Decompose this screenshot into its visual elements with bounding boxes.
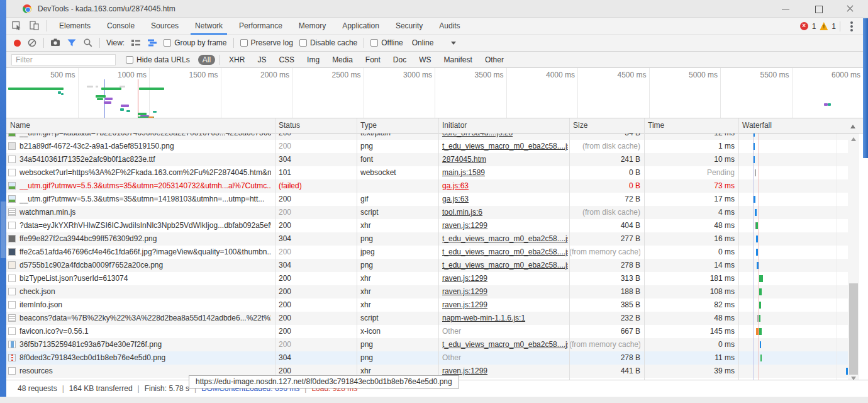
request-row[interactable]: ?data=eyJkYXRhVHlwZSI6ICJwdiIsInNlc3Npb2… bbox=[0, 219, 848, 232]
initiator-cell[interactable]: t_edu_views_macro_m0_eba2c58....js:... bbox=[442, 140, 568, 153]
request-row[interactable]: itemInfo.json200xhrraven.js:1299385 B82 … bbox=[0, 298, 848, 312]
close-button[interactable] bbox=[839, 0, 860, 18]
status-cell: 304 bbox=[279, 232, 349, 246]
request-row[interactable]: b21a89df-4672-43c2-a9a1-da5ef8519150.png… bbox=[0, 140, 848, 153]
filter-type-xhr[interactable]: XHR bbox=[225, 55, 249, 65]
request-row[interactable]: __utm.gif?p=kada&dt=7b22616374696f6e223a… bbox=[0, 133, 848, 140]
throttling-dropdown-icon[interactable] bbox=[451, 42, 456, 45]
column-header-initiator[interactable]: Initiator bbox=[442, 121, 467, 130]
request-row[interactable]: d5755b1c902a4fdcba0009f7652a20ce.png304p… bbox=[0, 259, 848, 272]
clear-icon[interactable] bbox=[27, 38, 37, 48]
vertical-scrollbar[interactable] bbox=[848, 133, 859, 383]
request-row[interactable]: ffe2ca51afda467696cf4e46c1fda66f.jpg?ima… bbox=[0, 246, 848, 259]
tab-security[interactable]: Security bbox=[387, 18, 431, 35]
tab-audits[interactable]: Audits bbox=[431, 18, 468, 35]
show-overview-icon[interactable] bbox=[147, 38, 157, 48]
initiator-cell[interactable]: t_edu_views_macro_m0_eba2c58....js:... bbox=[442, 246, 568, 259]
filter-type-doc[interactable]: Doc bbox=[389, 55, 411, 65]
initiator-cell[interactable]: tool.min.js:6 bbox=[442, 206, 568, 219]
overview-bar bbox=[61, 93, 64, 95]
scrollbar-thumb[interactable] bbox=[849, 283, 858, 375]
inspect-element-icon[interactable] bbox=[12, 20, 23, 31]
minimize-button[interactable] bbox=[775, 0, 796, 18]
filter-funnel-icon[interactable] bbox=[67, 38, 77, 48]
overview-tick-label: 2000 ms bbox=[220, 71, 289, 79]
screenshot-camera-icon[interactable] bbox=[50, 38, 60, 48]
column-header-time[interactable]: Time bbox=[648, 121, 664, 130]
initiator-cell[interactable]: raven.js:1299 bbox=[442, 285, 568, 298]
device-toolbar-icon[interactable] bbox=[29, 20, 40, 31]
waterfall-bar bbox=[760, 341, 761, 348]
record-button[interactable] bbox=[14, 40, 21, 47]
sort-indicator-icon[interactable] bbox=[850, 125, 855, 128]
scroll-up-icon[interactable] bbox=[851, 137, 856, 141]
column-header-type[interactable]: Type bbox=[360, 121, 377, 130]
request-row[interactable]: 34a5410361f71352e2afc9b0f1ac823e.ttf304f… bbox=[0, 153, 848, 166]
initiator-cell[interactable]: raven.js:1299 bbox=[442, 272, 568, 285]
tab-network[interactable]: Network bbox=[187, 18, 231, 35]
tab-console[interactable]: Console bbox=[99, 18, 143, 35]
type-cell: xhr bbox=[360, 219, 435, 232]
initiator-cell[interactable]: core_8f73a4d....js:28 bbox=[442, 133, 568, 140]
filter-type-img[interactable]: Img bbox=[303, 55, 324, 65]
request-row[interactable]: check.json200xhrraven.js:1299188 B108 ms bbox=[0, 285, 848, 298]
request-row[interactable]: __utm.gif?utmwv=5.5.3&utms=35&utmn=14198… bbox=[0, 193, 848, 206]
filter-type-all[interactable]: All bbox=[198, 55, 215, 65]
request-row[interactable]: ffe99e827f2ca3944bc99ff576309d92.png304p… bbox=[0, 232, 848, 246]
initiator-cell[interactable]: napm-web-min-1.1.6.js:1 bbox=[442, 312, 568, 325]
divider bbox=[47, 20, 47, 31]
initiator-cell[interactable]: ga.js:63 bbox=[442, 179, 568, 193]
filter-type-ws[interactable]: WS bbox=[415, 55, 435, 65]
column-header-name[interactable]: Name bbox=[10, 121, 30, 130]
initiator-cell[interactable]: main.js:1589 bbox=[442, 166, 568, 179]
warning-icon[interactable] bbox=[820, 22, 828, 30]
filter-type-js[interactable]: JS bbox=[253, 55, 270, 65]
initiator-cell[interactable]: t_edu_views_macro_m0_eba2c58....js:... bbox=[442, 338, 568, 351]
group-by-frame-checkbox[interactable] bbox=[164, 39, 171, 47]
column-header-status[interactable]: Status bbox=[279, 121, 300, 130]
initiator-cell[interactable]: raven.js:1299 bbox=[442, 219, 568, 232]
filter-type-manifest[interactable]: Manifest bbox=[440, 55, 477, 65]
column-header-waterfall[interactable]: Waterfall bbox=[742, 121, 772, 130]
initiator-cell[interactable]: 2874045.htm bbox=[442, 153, 568, 166]
document-icon bbox=[8, 169, 16, 176]
request-row[interactable]: 8f0ded3c791843ecb0d1b8eb76e4e5d0.png304p… bbox=[0, 351, 848, 365]
filter-type-other[interactable]: Other bbox=[481, 55, 508, 65]
status-cell: 200 bbox=[279, 140, 349, 153]
tab-application[interactable]: Application bbox=[334, 18, 387, 35]
tab-sources[interactable]: Sources bbox=[143, 18, 187, 35]
search-icon[interactable] bbox=[83, 38, 93, 48]
request-row[interactable]: websocket?url=https%3A%2F%2Fkada.163.com… bbox=[0, 166, 848, 179]
disable-cache-checkbox[interactable] bbox=[299, 39, 307, 47]
column-header-size[interactable]: Size bbox=[573, 121, 587, 130]
request-row[interactable]: __utm.gif?utmwv=5.5.3&utms=35&utmn=20531… bbox=[0, 179, 848, 193]
more-options-icon[interactable] bbox=[850, 25, 853, 28]
filter-type-css[interactable]: CSS bbox=[274, 55, 299, 65]
network-overview[interactable]: 500 ms1000 ms1500 ms2000 ms2500 ms3000 m… bbox=[6, 68, 863, 118]
tab-performance[interactable]: Performance bbox=[231, 18, 291, 35]
request-row[interactable]: beacons?data=%7B%22ky%22%3A%228d2bea8a55… bbox=[0, 312, 848, 325]
tab-elements[interactable]: Elements bbox=[51, 18, 99, 35]
large-rows-icon[interactable] bbox=[131, 38, 141, 48]
status-cell: 200 bbox=[279, 325, 349, 338]
request-row[interactable]: watchman.min.js200scripttool.min.js:6(fr… bbox=[0, 206, 848, 219]
filter-type-media[interactable]: Media bbox=[328, 55, 357, 65]
request-row[interactable]: bizTypeList.json?userId=613074200xhrrave… bbox=[0, 272, 848, 285]
error-icon[interactable] bbox=[800, 22, 808, 30]
throttling-select[interactable]: Online bbox=[412, 38, 434, 47]
initiator-cell[interactable]: raven.js:1299 bbox=[442, 365, 568, 378]
hide-data-urls-checkbox[interactable] bbox=[126, 56, 133, 64]
initiator-cell[interactable]: t_edu_views_macro_m0_eba2c58....js:... bbox=[442, 259, 568, 272]
filter-type-font[interactable]: Font bbox=[361, 55, 385, 65]
maximize-button[interactable] bbox=[808, 0, 829, 18]
tab-memory[interactable]: Memory bbox=[291, 18, 334, 35]
preserve-log-checkbox[interactable] bbox=[240, 39, 248, 47]
request-row[interactable]: 36f5b7135259481c93a67b4e30e7f26f.png200p… bbox=[0, 338, 848, 351]
size-cell: 0 B bbox=[569, 179, 640, 193]
initiator-cell[interactable]: raven.js:1299 bbox=[442, 298, 568, 312]
offline-checkbox[interactable] bbox=[370, 39, 378, 47]
initiator-cell[interactable]: t_edu_views_macro_m0_eba2c58....js:... bbox=[442, 232, 568, 246]
request-row[interactable]: favicon.ico?v=0.56.1200x-iconOther667 B1… bbox=[0, 325, 848, 338]
filter-input[interactable] bbox=[11, 54, 116, 65]
initiator-cell[interactable]: ga.js:63 bbox=[442, 193, 568, 206]
